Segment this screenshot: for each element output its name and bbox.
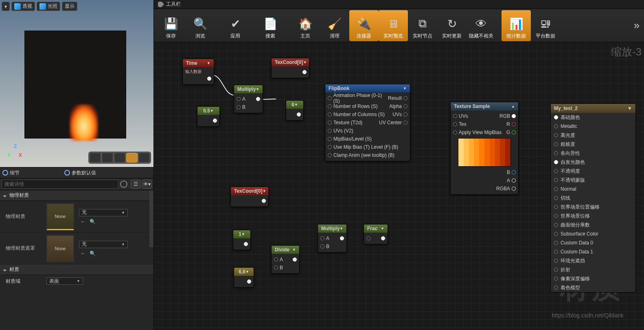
section-material[interactable]: 材质 bbox=[0, 264, 153, 275]
source-url: https://blog.csdn.net/Qiblank bbox=[552, 312, 624, 319]
toolbar-保存[interactable]: 💾保存 bbox=[156, 10, 186, 41]
node-texture-sample[interactable]: Texture Sample▲ UVsRGBTexRApply View Mip… bbox=[450, 102, 519, 195]
material-pin[interactable]: 高光度 bbox=[551, 131, 635, 140]
material-pin[interactable]: Metallic bbox=[551, 122, 635, 131]
shape-cube[interactable] bbox=[126, 153, 138, 163]
material-pin[interactable]: 不透明蒙版 bbox=[551, 176, 635, 185]
scrollbar[interactable] bbox=[149, 190, 153, 247]
toolbar-label: 应用 bbox=[230, 33, 240, 40]
toolbar-搜索[interactable]: 📄搜索 bbox=[256, 10, 285, 41]
material-pin[interactable]: Custom Data 1 bbox=[551, 247, 635, 256]
material-pin[interactable]: 世界场景位移 bbox=[551, 211, 635, 220]
shape-custom[interactable] bbox=[138, 153, 150, 163]
preview-shape-selector[interactable] bbox=[88, 152, 151, 164]
toolbar-icon: 🏠 bbox=[297, 15, 314, 33]
toolbar-浏览[interactable]: 🔍浏览 bbox=[186, 10, 215, 41]
toolbar-label: 保存 bbox=[166, 33, 176, 40]
material-domain-combo[interactable]: 表面▼ bbox=[46, 277, 83, 285]
node-multiply-2[interactable]: Multiply▼ A B bbox=[318, 224, 347, 253]
phys-material-combo[interactable]: 无▼ bbox=[79, 209, 128, 216]
material-pin[interactable]: 曲面细分乘数 bbox=[551, 220, 635, 229]
material-pin[interactable]: 像素深度偏移 bbox=[551, 274, 635, 283]
toolbar-连接器[interactable]: 🔌连接器 bbox=[349, 10, 379, 41]
node-material-output[interactable]: My_test_2▼ 基础颜色Metallic高光度粗糙度各向异性自发光颜色不透… bbox=[550, 103, 636, 293]
toolbar-实时预览[interactable]: 🖥实时预览 bbox=[379, 10, 408, 41]
preview-mesh bbox=[24, 31, 126, 139]
show-button[interactable]: 显示 bbox=[62, 2, 77, 11]
node-const-66[interactable]: 6,6▼ bbox=[234, 267, 254, 288]
material-pin[interactable]: Custom Data 0 bbox=[551, 238, 635, 247]
toolbar-平台数据[interactable]: 🖳平台数据 bbox=[531, 10, 560, 41]
viewport-options-button[interactable]: ▾ bbox=[2, 2, 10, 11]
material-pin[interactable]: 自发光颜色 bbox=[551, 158, 635, 167]
material-pin[interactable]: 切线 bbox=[551, 194, 635, 202]
toolbar-icon: 📄 bbox=[262, 15, 279, 33]
shape-cylinder[interactable] bbox=[90, 153, 101, 163]
node-texcoord-a[interactable]: TexCoord[0]▼ bbox=[271, 58, 309, 78]
viewport[interactable]: ▾ 透视 光照 显示 ZXY bbox=[0, 0, 153, 167]
toolbar-label: 平台数据 bbox=[536, 33, 555, 40]
toolbar-overflow[interactable]: » bbox=[629, 19, 644, 32]
toolbar-实时更新[interactable]: ↻实时更新 bbox=[437, 10, 467, 41]
node-frac[interactable]: Frac▼ bbox=[364, 224, 388, 244]
wrench-icon bbox=[158, 2, 164, 7]
toolbar-icon: 💾 bbox=[162, 15, 180, 33]
label-phys-material-mask: 物理材质遮罩 bbox=[6, 245, 46, 252]
shape-plane[interactable] bbox=[114, 153, 125, 163]
browse-back-icon[interactable]: ← bbox=[81, 219, 85, 224]
material-pin[interactable]: 基础颜色 bbox=[551, 113, 635, 122]
node-texcoord-b[interactable]: TexCoord[0]▼ bbox=[230, 187, 269, 207]
search-icon bbox=[120, 180, 127, 188]
toolbar-icon: ↻ bbox=[443, 15, 460, 33]
grid-view-button[interactable]: ☲ bbox=[131, 180, 140, 189]
browse-back-icon[interactable]: ← bbox=[81, 251, 85, 256]
toolbar-应用[interactable]: ✔应用 bbox=[221, 10, 250, 41]
viewmode-button[interactable]: 光照 bbox=[37, 2, 60, 11]
toolbar-隐藏不相关[interactable]: 👁隐藏不相关 bbox=[467, 10, 496, 41]
toolbar-icon: 🖳 bbox=[537, 15, 554, 33]
material-pin[interactable]: 环境光遮挡 bbox=[551, 256, 635, 265]
find-asset-icon[interactable]: 🔍 bbox=[90, 251, 96, 256]
material-pin[interactable]: Subsurface Color bbox=[551, 229, 635, 238]
search-input[interactable] bbox=[2, 180, 118, 189]
eye-dropdown-button[interactable]: 👁▾ bbox=[142, 180, 152, 189]
toolbar-label: 搜索 bbox=[265, 33, 275, 40]
asset-thumbnail[interactable]: None bbox=[46, 203, 74, 230]
find-asset-icon[interactable]: 🔍 bbox=[90, 219, 96, 224]
details-panel[interactable]: 物理材质 物理材质 None 无▼ ← 🔍 物理材质遮罩 None 无▼ ← 🔍 bbox=[0, 190, 153, 330]
toolbar: 💾保存🔍浏览✔应用📄搜索🏠主页🧹清理🔌连接器🖥实时预览⧉实时节点↻实时更新👁隐藏… bbox=[154, 9, 644, 42]
material-pin[interactable]: 世界场景位置偏移 bbox=[551, 202, 635, 211]
material-pin[interactable]: 着色模型 bbox=[551, 283, 635, 292]
toolbar-主页[interactable]: 🏠主页 bbox=[291, 10, 320, 41]
toolbar-清理[interactable]: 🧹清理 bbox=[320, 10, 349, 41]
toolbar-label: 主页 bbox=[300, 33, 310, 40]
section-phys-material[interactable]: 物理材质 bbox=[0, 190, 153, 201]
asset-thumbnail[interactable]: None bbox=[46, 235, 74, 262]
node-flipbook[interactable]: FlipBook▼ Animation Phase (0-1) (S)Resul… bbox=[325, 84, 410, 161]
material-pin[interactable]: 粗糙度 bbox=[551, 140, 635, 149]
zoom-label: 缩放-3 bbox=[611, 45, 642, 59]
material-pin[interactable]: Normal bbox=[551, 185, 635, 194]
shape-sphere[interactable] bbox=[102, 153, 113, 163]
material-pin[interactable]: 不透明度 bbox=[551, 167, 635, 176]
node-time[interactable]: Time▼ 输入数据 bbox=[182, 59, 214, 85]
tab-param-defaults[interactable]: 参数默认值 bbox=[64, 169, 96, 176]
node-divide[interactable]: Divide▼ A B bbox=[271, 245, 300, 274]
toolbar-label: 实时节点 bbox=[413, 33, 432, 40]
perspective-button[interactable]: 透视 bbox=[11, 2, 35, 11]
node-const-6[interactable]: 6▼ bbox=[286, 100, 304, 121]
toolbar-label: 实时更新 bbox=[442, 33, 462, 40]
material-pin[interactable]: 折射 bbox=[551, 265, 635, 274]
node-const-0_5[interactable]: 0.5▼ bbox=[197, 106, 220, 127]
phys-material-mask-combo[interactable]: 无▼ bbox=[79, 241, 128, 248]
material-graph[interactable]: 缩放-3 材质 https://blog.csdn.net/Qiblank bbox=[154, 42, 644, 330]
toolbar-icon: 🧹 bbox=[326, 15, 343, 33]
search-icon bbox=[2, 170, 8, 176]
tab-details[interactable]: 细节 bbox=[2, 169, 20, 176]
material-pin[interactable]: 各向异性 bbox=[551, 149, 635, 158]
toolbar-实时节点[interactable]: ⧉实时节点 bbox=[408, 10, 437, 41]
node-multiply-1[interactable]: Multiply▼ A B bbox=[234, 85, 263, 113]
toolbar-统计数据[interactable]: 📊统计数据 bbox=[502, 10, 531, 41]
label-phys-material: 物理材质 bbox=[6, 213, 46, 220]
node-const-1[interactable]: 1▼ bbox=[233, 230, 251, 250]
